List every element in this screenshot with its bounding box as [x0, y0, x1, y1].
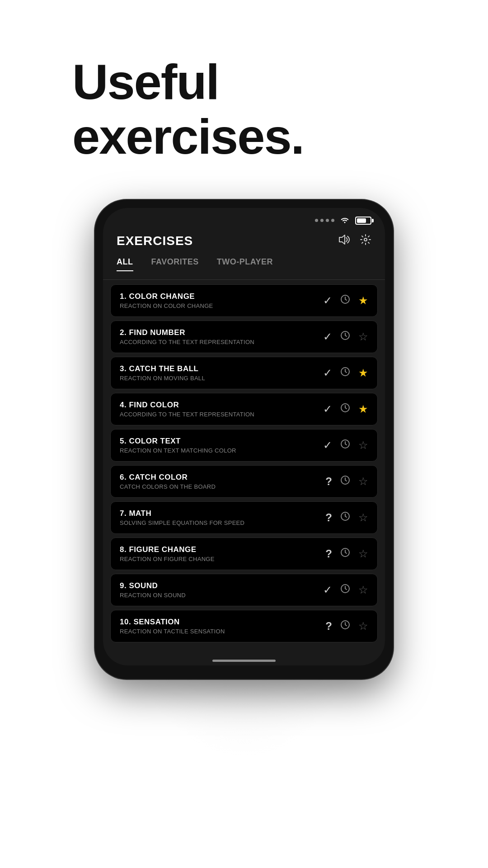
exercise-desc-4: ACCORDING TO THE TEXT REPRESENTATION	[120, 411, 319, 418]
exercise-item-10[interactable]: 10. SENSATION REACTION ON TACTILE SENSAT…	[110, 610, 378, 642]
exercise-desc-9: REACTION ON SOUND	[120, 592, 319, 599]
signal-dot-2	[320, 219, 324, 222]
exercise-info-9: 9. SOUND REACTION ON SOUND	[120, 581, 319, 599]
exercise-actions-5: ✓ ☆	[323, 439, 368, 452]
question-icon-6: ?	[325, 475, 332, 488]
exercise-name-10: 10. SENSATION	[120, 618, 321, 627]
page-header: Useful exercises.	[0, 0, 488, 191]
phone-wrapper: EXERCISES	[86, 200, 402, 679]
exercise-info-10: 10. SENSATION REACTION ON TACTILE SENSAT…	[120, 618, 321, 635]
exercise-actions-3: ✓ ★	[323, 367, 368, 379]
exercise-desc-6: CATCH COLORS ON THE BOARD	[120, 483, 321, 490]
star-icon-8[interactable]: ☆	[358, 547, 368, 560]
phone-frame: EXERCISES	[95, 200, 393, 679]
page-title: Useful exercises.	[72, 54, 416, 164]
exercise-actions-4: ✓ ★	[323, 403, 368, 415]
history-icon-8[interactable]	[340, 547, 350, 560]
exercise-info-2: 2. FIND NUMBER ACCORDING TO THE TEXT REP…	[120, 328, 319, 345]
exercise-item-9[interactable]: 9. SOUND REACTION ON SOUND ✓ ☆	[110, 574, 378, 606]
history-icon-2[interactable]	[340, 330, 350, 343]
question-icon-10: ?	[325, 620, 332, 632]
exercise-item-3[interactable]: 3. CATCH THE BALL REACTION ON MOVING BAL…	[110, 357, 378, 389]
history-icon-4[interactable]	[340, 403, 350, 415]
tabs: ALL FAVORITES TWO-PLAYER	[103, 257, 385, 280]
tab-two-player[interactable]: TWO-PLAYER	[217, 257, 273, 270]
tab-favorites[interactable]: FAVORITES	[151, 257, 199, 270]
signal-dot-3	[326, 219, 329, 222]
star-icon-9[interactable]: ☆	[358, 584, 368, 596]
exercise-desc-7: SOLVING SIMPLE EQUATIONS FOR SPEED	[120, 519, 321, 526]
history-icon-6[interactable]	[340, 475, 350, 488]
exercise-desc-8: REACTION ON FIGURE CHANGE	[120, 556, 321, 562]
exercise-info-1: 1. COLOR CHANGE REACTION ON COLOR CHANGE	[120, 292, 319, 309]
star-icon-1[interactable]: ★	[358, 294, 368, 307]
battery-icon	[355, 217, 371, 225]
app-header: EXERCISES	[103, 229, 385, 257]
history-icon-7[interactable]	[340, 511, 350, 524]
star-icon-5[interactable]: ☆	[358, 439, 368, 452]
history-icon-1[interactable]	[340, 294, 350, 307]
status-bar	[103, 208, 385, 229]
exercise-item-8[interactable]: 8. FIGURE CHANGE REACTION ON FIGURE CHAN…	[110, 538, 378, 570]
star-icon-10[interactable]: ☆	[358, 620, 368, 632]
exercise-name-6: 6. CATCH COLOR	[120, 473, 321, 482]
exercise-name-3: 3. CATCH THE BALL	[120, 364, 319, 373]
exercise-actions-6: ? ☆	[325, 475, 368, 488]
question-icon-8: ?	[325, 547, 332, 560]
star-icon-7[interactable]: ☆	[358, 511, 368, 524]
exercise-name-1: 1. COLOR CHANGE	[120, 292, 319, 301]
settings-icon[interactable]	[360, 234, 371, 248]
exercise-name-2: 2. FIND NUMBER	[120, 328, 319, 337]
exercise-desc-2: ACCORDING TO THE TEXT REPRESENTATION	[120, 339, 319, 345]
wifi-icon	[340, 215, 350, 226]
exercise-item-1[interactable]: 1. COLOR CHANGE REACTION ON COLOR CHANGE…	[110, 284, 378, 317]
check-icon-9: ✓	[323, 584, 332, 596]
exercise-name-8: 8. FIGURE CHANGE	[120, 545, 321, 554]
check-icon-3: ✓	[323, 367, 332, 379]
exercise-desc-1: REACTION ON COLOR CHANGE	[120, 302, 319, 309]
star-icon-4[interactable]: ★	[358, 403, 368, 415]
exercise-list: 1. COLOR CHANGE REACTION ON COLOR CHANGE…	[103, 280, 385, 655]
exercise-desc-5: REACTION ON TEXT MATCHING COLOR	[120, 447, 319, 454]
history-icon-5[interactable]	[340, 439, 350, 452]
check-icon-1: ✓	[323, 294, 332, 307]
exercise-item-6[interactable]: 6. CATCH COLOR CATCH COLORS ON THE BOARD…	[110, 465, 378, 498]
exercise-actions-9: ✓ ☆	[323, 584, 368, 596]
exercise-info-5: 5. COLOR TEXT REACTION ON TEXT MATCHING …	[120, 437, 319, 454]
exercise-desc-3: REACTION ON MOVING BALL	[120, 375, 319, 382]
exercise-info-7: 7. MATH SOLVING SIMPLE EQUATIONS FOR SPE…	[120, 509, 321, 526]
exercise-info-3: 3. CATCH THE BALL REACTION ON MOVING BAL…	[120, 364, 319, 382]
history-icon-9[interactable]	[340, 584, 350, 596]
tab-all[interactable]: ALL	[117, 257, 133, 270]
signal-dot-4	[331, 219, 334, 222]
phone-screen: EXERCISES	[103, 208, 385, 665]
sound-icon[interactable]	[338, 234, 350, 248]
exercise-item-5[interactable]: 5. COLOR TEXT REACTION ON TEXT MATCHING …	[110, 429, 378, 462]
exercise-actions-10: ? ☆	[325, 620, 368, 632]
home-indicator	[212, 660, 276, 662]
exercise-actions-2: ✓ ☆	[323, 330, 368, 343]
exercise-item-7[interactable]: 7. MATH SOLVING SIMPLE EQUATIONS FOR SPE…	[110, 501, 378, 534]
exercise-info-4: 4. FIND COLOR ACCORDING TO THE TEXT REPR…	[120, 401, 319, 418]
exercise-name-9: 9. SOUND	[120, 581, 319, 590]
header-icons	[338, 234, 371, 248]
exercise-info-8: 8. FIGURE CHANGE REACTION ON FIGURE CHAN…	[120, 545, 321, 562]
check-icon-5: ✓	[323, 439, 332, 452]
exercise-actions-8: ? ☆	[325, 547, 368, 560]
history-icon-10[interactable]	[340, 620, 350, 632]
svg-marker-0	[339, 235, 345, 244]
signal-dot-1	[315, 219, 318, 222]
exercise-item-2[interactable]: 2. FIND NUMBER ACCORDING TO THE TEXT REP…	[110, 321, 378, 353]
check-icon-4: ✓	[323, 403, 332, 415]
star-icon-2[interactable]: ☆	[358, 330, 368, 343]
exercise-item-4[interactable]: 4. FIND COLOR ACCORDING TO THE TEXT REPR…	[110, 393, 378, 425]
history-icon-3[interactable]	[340, 367, 350, 379]
exercise-actions-7: ? ☆	[325, 511, 368, 524]
exercise-actions-1: ✓ ★	[323, 294, 368, 307]
exercise-info-6: 6. CATCH COLOR CATCH COLORS ON THE BOARD	[120, 473, 321, 490]
star-icon-3[interactable]: ★	[358, 367, 368, 379]
question-icon-7: ?	[325, 511, 332, 524]
exercise-name-4: 4. FIND COLOR	[120, 401, 319, 410]
exercise-name-7: 7. MATH	[120, 509, 321, 518]
star-icon-6[interactable]: ☆	[358, 475, 368, 488]
